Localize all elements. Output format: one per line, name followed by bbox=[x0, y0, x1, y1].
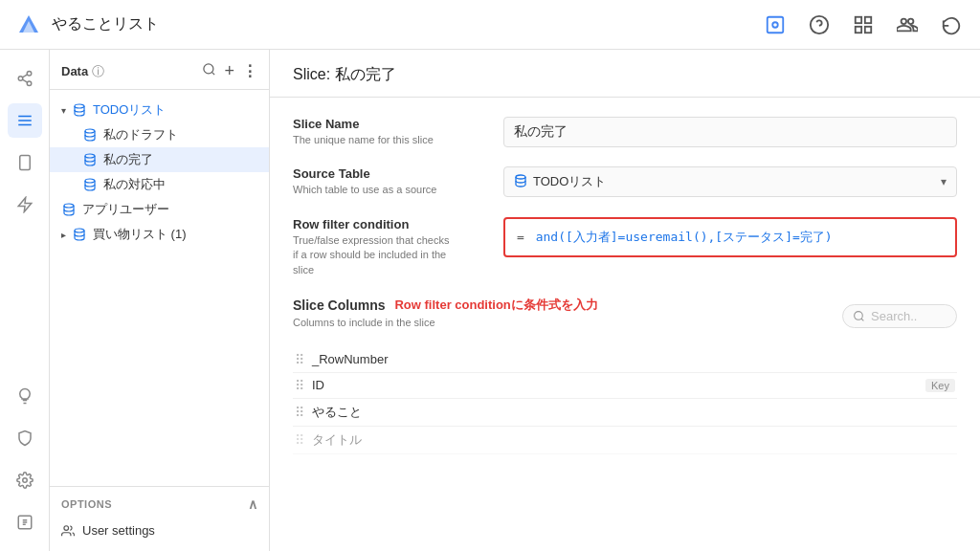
search-placeholder: Search.. bbox=[871, 309, 917, 323]
db-icon-todo bbox=[72, 102, 87, 118]
tree-item-shopping[interactable]: ▸ 買い物リスト (1) bbox=[50, 222, 269, 247]
svg-line-24 bbox=[212, 72, 215, 75]
tree-label-complete: 私の完了 bbox=[103, 151, 153, 168]
drag-icon-id: ⠿ bbox=[295, 378, 304, 393]
grid-icon[interactable] bbox=[850, 11, 877, 38]
column-list: ⠿ _RowNumber ⠿ ID Key ⠿ やること ⠿ タイトル bbox=[293, 347, 957, 454]
db-icon-complete bbox=[82, 152, 98, 167]
drag-icon-more: ⠿ bbox=[295, 432, 304, 448]
svg-rect-2 bbox=[768, 16, 784, 33]
tree-item-draft[interactable]: 私のドラフト bbox=[50, 122, 269, 147]
svg-rect-8 bbox=[856, 26, 861, 32]
col-name-task: やること bbox=[312, 404, 955, 421]
slice-columns-header-row: Slice Columns Row filter conditionに条件式を入… bbox=[293, 297, 957, 338]
sidebar-item-export[interactable] bbox=[8, 505, 42, 540]
help-icon[interactable] bbox=[806, 11, 833, 38]
data-panel-header: Data ⓘ + ⋮ bbox=[50, 50, 269, 90]
sidebar-item-mobile[interactable] bbox=[8, 145, 42, 180]
data-more-icon[interactable]: ⋮ bbox=[242, 62, 257, 80]
source-table-select[interactable]: TODOリスト ▾ bbox=[503, 166, 957, 197]
dropdown-arrow-icon: ▾ bbox=[941, 175, 947, 188]
tree-item-todo-list[interactable]: ▾ TODOリスト bbox=[50, 98, 269, 122]
row-filter-label-col: Row filter condition True/false expressi… bbox=[293, 217, 503, 277]
data-panel-title: Data ⓘ bbox=[61, 63, 196, 80]
row-filter-row: Row filter condition True/false expressi… bbox=[293, 217, 957, 277]
db-icon-draft bbox=[82, 127, 98, 143]
svg-point-23 bbox=[204, 64, 213, 74]
tree-item-complete[interactable]: 私の完了 bbox=[50, 147, 269, 172]
svg-point-12 bbox=[27, 81, 32, 86]
col-item-rownumber: ⠿ _RowNumber bbox=[293, 347, 957, 373]
tree-item-appuser[interactable]: アプリユーザー bbox=[50, 197, 269, 222]
svg-line-14 bbox=[22, 75, 27, 77]
slice-name-value[interactable]: 私の完了 bbox=[503, 117, 957, 147]
source-table-desc: Which table to use as a source bbox=[293, 183, 503, 197]
svg-line-34 bbox=[861, 319, 863, 320]
slice-name-row: Slice Name The unique name for this slic… bbox=[293, 117, 957, 147]
svg-point-11 bbox=[18, 77, 23, 81]
col-name-rownumber: _RowNumber bbox=[312, 352, 955, 366]
slice-columns-titles: Slice Columns Row filter conditionに条件式を入… bbox=[293, 297, 598, 338]
tree-label-inprogress: 私の対応中 bbox=[103, 176, 166, 193]
col-name-id: ID bbox=[312, 378, 918, 392]
source-table-control: TODOリスト ▾ bbox=[503, 166, 957, 197]
drag-icon-rownumber: ⠿ bbox=[295, 352, 304, 367]
topbar-right bbox=[762, 11, 965, 38]
drag-icon-task: ⠿ bbox=[295, 405, 304, 420]
svg-point-28 bbox=[85, 179, 95, 183]
svg-rect-6 bbox=[856, 16, 861, 22]
sidebar-item-share[interactable] bbox=[8, 61, 42, 96]
topbar-left: やることリスト bbox=[15, 11, 159, 38]
svg-point-30 bbox=[75, 229, 84, 232]
tree-item-inprogress[interactable]: 私の対応中 bbox=[50, 172, 269, 197]
sidebar-item-settings[interactable] bbox=[8, 463, 42, 497]
options-collapse-icon[interactable]: ∧ bbox=[248, 496, 258, 512]
svg-point-29 bbox=[64, 204, 74, 208]
data-search-icon[interactable] bbox=[202, 62, 216, 80]
row-filter-expression: = and([入力者]=useremail(),[ステータス]=完了) bbox=[517, 229, 944, 246]
sidebar-item-security[interactable] bbox=[8, 421, 42, 455]
search-box[interactable]: Search.. bbox=[842, 304, 957, 328]
user-settings-label: User settings bbox=[82, 523, 155, 538]
svg-rect-7 bbox=[865, 16, 871, 22]
svg-point-21 bbox=[22, 478, 27, 483]
slice-name-desc: The unique name for this slice bbox=[293, 133, 503, 147]
sidebar-item-automation[interactable] bbox=[8, 187, 42, 222]
slice-name-control: 私の完了 bbox=[503, 117, 957, 147]
data-add-icon[interactable]: + bbox=[224, 61, 234, 81]
tree-arrow-shopping: ▸ bbox=[61, 230, 66, 240]
svg-point-31 bbox=[64, 525, 69, 530]
slice-columns-title: Slice Columns bbox=[293, 298, 385, 313]
db-icon-inprogress bbox=[82, 177, 98, 192]
svg-point-3 bbox=[772, 22, 778, 28]
col-item-id: ⠿ ID Key bbox=[293, 373, 957, 399]
source-table-value: TODOリスト bbox=[533, 173, 606, 190]
undo-icon[interactable] bbox=[938, 11, 965, 38]
source-table-label: Source Table bbox=[293, 166, 503, 181]
slice-name-label-col: Slice Name The unique name for this slic… bbox=[293, 117, 503, 147]
tree-label-appuser: アプリユーザー bbox=[82, 201, 169, 218]
sidebar-item-bulb[interactable] bbox=[8, 379, 42, 413]
slice-columns-section: Slice Columns Row filter conditionに条件式を入… bbox=[293, 297, 957, 454]
col-name-more: タイトル bbox=[312, 431, 955, 449]
data-panel: Data ⓘ + ⋮ ▾ bbox=[50, 50, 270, 551]
topbar: やることリスト bbox=[0, 0, 980, 50]
add-user-icon[interactable] bbox=[894, 11, 921, 38]
svg-line-13 bbox=[22, 79, 27, 82]
tree-arrow-todo: ▾ bbox=[61, 105, 66, 116]
svg-point-33 bbox=[855, 312, 863, 320]
sidebar-item-data[interactable] bbox=[8, 103, 42, 138]
slice-name-label: Slice Name bbox=[293, 117, 503, 131]
user-settings-item[interactable]: User settings bbox=[61, 519, 257, 541]
svg-point-25 bbox=[75, 104, 84, 108]
row-filter-hint: Row filter conditionに条件式を入力 bbox=[394, 297, 597, 314]
tree-label-draft: 私のドラフト bbox=[103, 126, 178, 143]
source-table-label-col: Source Table Which table to use as a sou… bbox=[293, 166, 503, 197]
content-area: Slice: 私の完了 Slice Name The unique name f… bbox=[270, 50, 980, 551]
data-info-icon[interactable]: ⓘ bbox=[92, 63, 104, 80]
tree-label-todo: TODOリスト bbox=[93, 101, 166, 119]
preview-icon[interactable] bbox=[762, 11, 789, 38]
svg-point-26 bbox=[85, 129, 95, 133]
row-filter-box[interactable]: = and([入力者]=useremail(),[ステータス]=完了) bbox=[503, 217, 957, 257]
main-layout: Data ⓘ + ⋮ ▾ bbox=[0, 50, 980, 551]
